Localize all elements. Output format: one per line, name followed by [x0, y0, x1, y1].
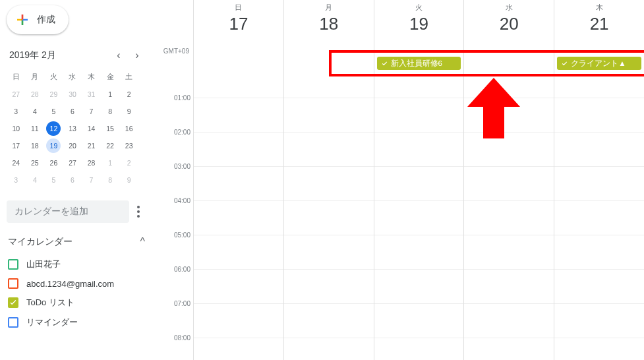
mini-cal-day[interactable]: 18: [26, 137, 45, 154]
mini-cal-day[interactable]: 10: [7, 120, 26, 137]
day-of-week-label: 月: [284, 3, 374, 13]
mini-cal-day[interactable]: 2: [119, 154, 138, 171]
mini-cal-day[interactable]: 5: [44, 103, 63, 120]
hour-label: 01:00: [156, 94, 190, 102]
calendar-list-item[interactable]: abcd.1234@gmail.com: [7, 274, 149, 293]
mini-cal-day[interactable]: 15: [101, 120, 120, 137]
mini-cal-day[interactable]: 1: [101, 86, 120, 103]
hour-label: 02:00: [156, 129, 190, 136]
event-label: クライアント▲: [571, 59, 626, 69]
calendar-event[interactable]: 新入社員研修6: [377, 57, 461, 70]
mini-cal-dow: 土: [119, 69, 138, 86]
create-label: 作成: [37, 14, 55, 26]
mini-cal-day[interactable]: 6: [63, 171, 82, 189]
mini-cal-dow: 月: [26, 69, 45, 86]
calendar-list-item[interactable]: リマインダー: [7, 313, 149, 332]
mini-cal-day[interactable]: 13: [63, 120, 82, 137]
mini-cal-day[interactable]: 8: [101, 171, 120, 189]
day-header[interactable]: 水20: [464, 0, 554, 53]
next-month-button[interactable]: ›: [129, 47, 145, 63]
day-column[interactable]: 水20: [463, 0, 554, 360]
mini-cal-day[interactable]: 28: [26, 86, 45, 103]
day-number: 20: [464, 14, 554, 34]
hour-label: 04:00: [156, 197, 190, 204]
mini-cal-day[interactable]: 5: [44, 171, 63, 189]
day-column[interactable]: 月18: [283, 0, 374, 360]
day-column[interactable]: 火19新入社員研修6: [374, 0, 464, 360]
mini-cal-day[interactable]: 30: [63, 86, 82, 103]
day-number: 19: [374, 14, 464, 34]
add-calendar-options-button[interactable]: [129, 206, 148, 218]
mini-cal-day[interactable]: 4: [26, 171, 45, 189]
calendar-checkbox[interactable]: [8, 278, 18, 289]
mini-cal-day[interactable]: 4: [26, 103, 45, 120]
calendar-label: リマインダー: [26, 316, 78, 328]
hour-label: 03:00: [156, 163, 190, 170]
mini-cal-day[interactable]: 22: [101, 137, 120, 154]
mini-cal-dow: 金: [101, 69, 120, 86]
mini-cal-dow: 水: [63, 69, 82, 86]
my-calendars-toggle[interactable]: マイカレンダー ^: [8, 236, 145, 248]
plus-icon: [15, 12, 30, 28]
check-icon: [381, 60, 388, 67]
mini-cal-day[interactable]: 21: [82, 137, 101, 154]
mini-calendar: 日月火水木金土 27282930311234567891011121314151…: [7, 69, 138, 189]
mini-cal-day[interactable]: 27: [63, 154, 82, 171]
mini-cal-day[interactable]: 1: [101, 154, 120, 171]
mini-cal-day[interactable]: 16: [119, 120, 138, 137]
mini-cal-day[interactable]: 28: [82, 154, 101, 171]
calendar-list-item[interactable]: ToDo リスト: [7, 293, 149, 313]
mini-cal-day[interactable]: 6: [63, 103, 82, 120]
day-number: 17: [194, 14, 283, 34]
mini-cal-day[interactable]: 3: [7, 171, 26, 189]
mini-cal-day[interactable]: 7: [82, 171, 101, 189]
hour-label: 07:00: [156, 300, 190, 307]
calendar-label: ToDo リスト: [26, 297, 74, 309]
hour-label: 08:00: [156, 334, 190, 342]
mini-cal-day[interactable]: 14: [82, 120, 101, 137]
mini-cal-day[interactable]: 26: [44, 154, 63, 171]
mini-cal-day[interactable]: 9: [119, 171, 138, 189]
my-calendars-label: マイカレンダー: [8, 236, 73, 248]
mini-cal-day[interactable]: 31: [82, 86, 101, 103]
hour-label: 05:00: [156, 231, 190, 239]
calendar-checkbox[interactable]: [8, 317, 18, 328]
mini-cal-day[interactable]: 8: [101, 103, 120, 120]
mini-cal-day[interactable]: 25: [26, 154, 45, 171]
create-button[interactable]: 作成: [7, 5, 69, 34]
mini-cal-dow: 木: [82, 69, 101, 86]
calendar-checkbox[interactable]: [8, 259, 18, 270]
day-header[interactable]: 木21: [554, 0, 644, 53]
day-of-week-label: 火: [374, 3, 464, 13]
day-column[interactable]: 木21クライアント▲: [554, 0, 644, 360]
mini-cal-day[interactable]: 9: [119, 103, 138, 120]
mini-cal-day[interactable]: 2: [119, 86, 138, 103]
calendar-label: 山田花子: [26, 258, 61, 270]
check-icon: [561, 60, 568, 67]
calendar-list-item[interactable]: 山田花子: [7, 255, 149, 274]
day-number: 21: [554, 14, 644, 34]
mini-cal-day[interactable]: 23: [119, 137, 138, 154]
day-of-week-label: 日: [194, 3, 283, 13]
prev-month-button[interactable]: ‹: [111, 47, 127, 63]
mini-cal-day[interactable]: 24: [7, 154, 26, 171]
mini-cal-day[interactable]: 29: [44, 86, 63, 103]
mini-cal-title: 2019年 2月: [9, 49, 56, 61]
mini-cal-day[interactable]: 27: [7, 86, 26, 103]
mini-cal-day[interactable]: 20: [63, 137, 82, 154]
mini-cal-day[interactable]: 7: [82, 103, 101, 120]
calendar-event[interactable]: クライアント▲: [557, 57, 641, 70]
mini-cal-day[interactable]: 3: [7, 103, 26, 120]
mini-cal-day[interactable]: 19: [44, 137, 63, 154]
day-column[interactable]: 日17: [193, 0, 283, 360]
mini-cal-day[interactable]: 17: [7, 137, 26, 154]
hour-label: 06:00: [156, 266, 190, 273]
day-header[interactable]: 火19: [374, 0, 464, 53]
mini-cal-dow: 火: [44, 69, 63, 86]
day-header[interactable]: 月18: [284, 0, 374, 53]
add-calendar-input[interactable]: カレンダーを追加: [7, 200, 129, 223]
calendar-checkbox[interactable]: [8, 297, 18, 308]
day-header[interactable]: 日17: [194, 0, 283, 53]
mini-cal-day[interactable]: 11: [26, 120, 45, 137]
mini-cal-day[interactable]: 12: [44, 120, 63, 137]
